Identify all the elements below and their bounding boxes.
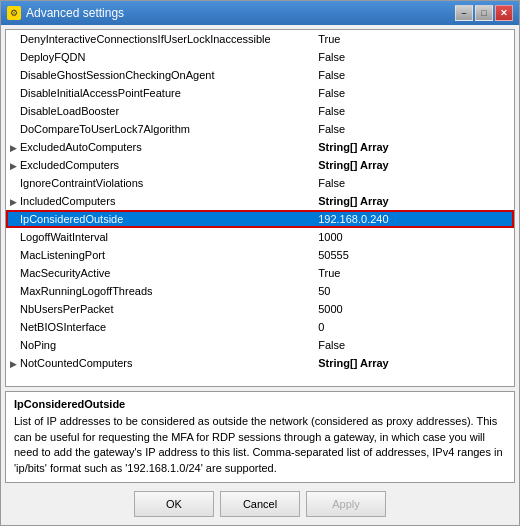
setting-name: LogoffWaitInterval <box>6 228 310 246</box>
table-row[interactable]: NbUsersPerPacket5000 <box>6 300 514 318</box>
setting-name: NbUsersPerPacket <box>6 300 310 318</box>
setting-value: 192.168.0.240 <box>310 210 514 228</box>
setting-name: ▶ ExcludedComputers <box>6 156 310 174</box>
window-title: Advanced settings <box>26 6 124 20</box>
table-row[interactable]: ▶ IncludedComputersString[] Array <box>6 192 514 210</box>
setting-name: ▶ ExcludedAutoComputers <box>6 138 310 156</box>
title-bar-left: ⚙ Advanced settings <box>7 6 124 20</box>
apply-button[interactable]: Apply <box>306 491 386 517</box>
table-row[interactable]: ▶ NotCountedComputersString[] Array <box>6 354 514 372</box>
table-row[interactable]: DenyInteractiveConnectionsIfUserLockInac… <box>6 30 514 48</box>
setting-value: False <box>310 336 514 354</box>
table-row[interactable]: DisableGhostSessionCheckingOnAgentFalse <box>6 66 514 84</box>
table-row[interactable]: DeployFQDNFalse <box>6 48 514 66</box>
cancel-button[interactable]: Cancel <box>220 491 300 517</box>
setting-name: DisableInitialAccessPointFeature <box>6 84 310 102</box>
setting-name: MaxRunningLogoffThreads <box>6 282 310 300</box>
settings-table-container[interactable]: DenyInteractiveConnectionsIfUserLockInac… <box>5 29 515 387</box>
button-bar: OK Cancel Apply <box>5 487 515 521</box>
ok-button[interactable]: OK <box>134 491 214 517</box>
table-row[interactable]: DoCompareToUserLock7AlgorithmFalse <box>6 120 514 138</box>
expand-arrow-icon[interactable]: ▶ <box>10 161 20 171</box>
setting-name: NetBIOSInterface <box>6 318 310 336</box>
table-row[interactable]: DisableLoadBoosterFalse <box>6 102 514 120</box>
maximize-button[interactable]: □ <box>475 5 493 21</box>
setting-value: False <box>310 48 514 66</box>
advanced-settings-window: ⚙ Advanced settings – □ ✕ DenyInteractiv… <box>0 0 520 526</box>
setting-value: 50555 <box>310 246 514 264</box>
close-button[interactable]: ✕ <box>495 5 513 21</box>
setting-value: False <box>310 102 514 120</box>
setting-name: ▶ NotCountedComputers <box>6 354 310 372</box>
setting-value: 50 <box>310 282 514 300</box>
table-row[interactable]: LogoffWaitInterval1000 <box>6 228 514 246</box>
title-bar: ⚙ Advanced settings – □ ✕ <box>1 1 519 25</box>
setting-value: False <box>310 66 514 84</box>
setting-name: IgnoreContraintViolations <box>6 174 310 192</box>
setting-name: DenyInteractiveConnectionsIfUserLockInac… <box>6 30 310 48</box>
table-row[interactable]: IpConsideredOutside192.168.0.240 <box>6 210 514 228</box>
expand-arrow-icon[interactable]: ▶ <box>10 359 20 369</box>
minimize-button[interactable]: – <box>455 5 473 21</box>
content-area: DenyInteractiveConnectionsIfUserLockInac… <box>1 25 519 525</box>
setting-value: String[] Array <box>310 354 514 372</box>
table-row[interactable]: MaxRunningLogoffThreads50 <box>6 282 514 300</box>
setting-value: 0 <box>310 318 514 336</box>
setting-name: ▶ IncludedComputers <box>6 192 310 210</box>
table-row[interactable]: NoPingFalse <box>6 336 514 354</box>
table-row[interactable]: IgnoreContraintViolationsFalse <box>6 174 514 192</box>
setting-name: DisableLoadBooster <box>6 102 310 120</box>
table-row[interactable]: MacSecurityActiveTrue <box>6 264 514 282</box>
setting-name: MacListeningPort <box>6 246 310 264</box>
setting-name: NoPing <box>6 336 310 354</box>
setting-value: 1000 <box>310 228 514 246</box>
description-text: List of IP addresses to be considered as… <box>14 414 506 476</box>
expand-arrow-icon[interactable]: ▶ <box>10 197 20 207</box>
setting-name: MacSecurityActive <box>6 264 310 282</box>
table-row[interactable]: ▶ ExcludedAutoComputersString[] Array <box>6 138 514 156</box>
setting-name: IpConsideredOutside <box>6 210 310 228</box>
table-row[interactable]: ▶ ExcludedComputersString[] Array <box>6 156 514 174</box>
setting-value: False <box>310 120 514 138</box>
description-box: IpConsideredOutside List of IP addresses… <box>5 391 515 483</box>
setting-name: DeployFQDN <box>6 48 310 66</box>
setting-value: True <box>310 30 514 48</box>
setting-value: False <box>310 174 514 192</box>
table-row[interactable]: NetBIOSInterface0 <box>6 318 514 336</box>
title-bar-controls: – □ ✕ <box>455 5 513 21</box>
table-row[interactable]: DisableInitialAccessPointFeatureFalse <box>6 84 514 102</box>
setting-value: String[] Array <box>310 192 514 210</box>
setting-name: DisableGhostSessionCheckingOnAgent <box>6 66 310 84</box>
setting-name: DoCompareToUserLock7Algorithm <box>6 120 310 138</box>
window-icon: ⚙ <box>7 6 21 20</box>
setting-value: String[] Array <box>310 156 514 174</box>
description-title: IpConsideredOutside <box>14 398 506 410</box>
setting-value: False <box>310 84 514 102</box>
setting-value: String[] Array <box>310 138 514 156</box>
setting-value: 5000 <box>310 300 514 318</box>
settings-table: DenyInteractiveConnectionsIfUserLockInac… <box>6 30 514 372</box>
expand-arrow-icon[interactable]: ▶ <box>10 143 20 153</box>
table-row[interactable]: MacListeningPort50555 <box>6 246 514 264</box>
setting-value: True <box>310 264 514 282</box>
